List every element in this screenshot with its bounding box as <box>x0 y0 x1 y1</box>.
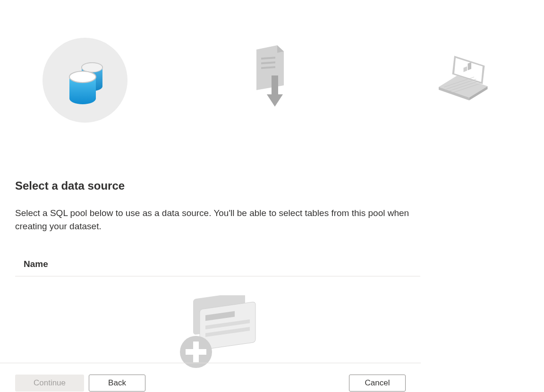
laptop-report-icon <box>434 52 491 108</box>
section-description: Select a SQL pool below to use as a data… <box>15 207 416 233</box>
svg-marker-4 <box>277 45 284 53</box>
wizard-page: Select a data source Select a SQL pool b… <box>0 0 544 392</box>
svg-rect-8 <box>272 75 278 97</box>
step-report[interactable] <box>420 38 505 123</box>
table-header-name: Name <box>15 256 420 276</box>
step-download[interactable] <box>231 38 316 123</box>
empty-state <box>15 276 420 373</box>
section-title: Select a data source <box>15 179 529 192</box>
svg-point-1 <box>82 63 102 72</box>
main-content: Select a data source Select a SQL pool b… <box>0 0 544 373</box>
svg-point-2 <box>69 71 96 83</box>
svg-marker-13 <box>468 62 472 70</box>
file-download-icon <box>246 52 302 108</box>
create-new-icon <box>175 295 260 373</box>
svg-rect-28 <box>186 349 206 355</box>
svg-marker-9 <box>267 94 283 107</box>
wizard-footer: Continue Back Cancel <box>0 363 421 392</box>
database-stack-icon <box>57 52 113 108</box>
cancel-button[interactable]: Cancel <box>349 375 406 392</box>
back-button[interactable]: Back <box>89 375 145 392</box>
continue-button: Continue <box>15 375 84 392</box>
wizard-step-icons <box>15 0 529 123</box>
step-select-source[interactable] <box>42 38 128 123</box>
